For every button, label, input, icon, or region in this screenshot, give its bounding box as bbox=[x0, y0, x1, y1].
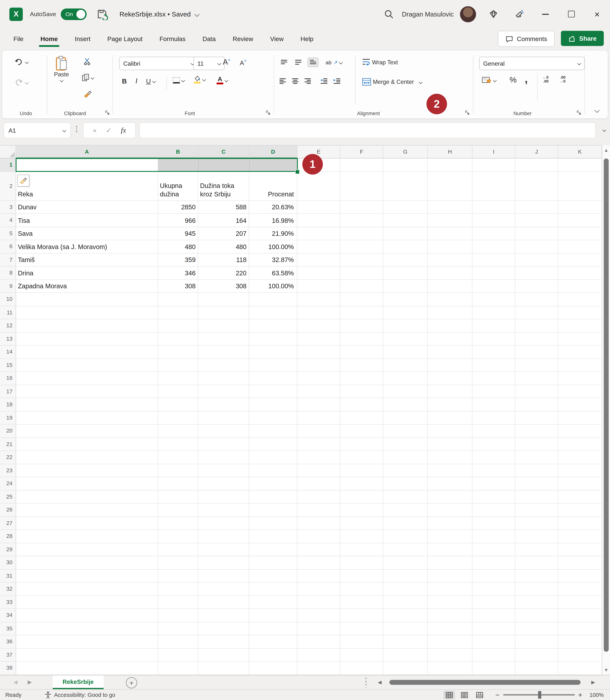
cell-K6[interactable] bbox=[558, 240, 602, 253]
hscroll-right-icon[interactable]: ▶ bbox=[591, 679, 595, 685]
cell-A10[interactable] bbox=[16, 293, 158, 306]
cell-G10[interactable] bbox=[383, 293, 428, 306]
cell-A8[interactable]: Drina bbox=[16, 266, 158, 280]
decrease-indent-button[interactable] bbox=[320, 78, 327, 84]
comma-style-button[interactable]: , bbox=[525, 73, 528, 85]
cell-A37[interactable] bbox=[16, 648, 158, 662]
cell-D16[interactable] bbox=[249, 372, 298, 385]
percent-style-button[interactable]: % bbox=[510, 76, 517, 85]
cell-J16[interactable] bbox=[515, 372, 558, 385]
merge-center-button[interactable]: Merge & Center bbox=[362, 78, 422, 86]
cell-C4[interactable]: 164 bbox=[198, 214, 249, 227]
zoom-slider-handle[interactable] bbox=[538, 691, 541, 699]
cell-G35[interactable] bbox=[383, 622, 428, 635]
cell-J11[interactable] bbox=[515, 306, 558, 319]
cell-I2[interactable] bbox=[472, 172, 515, 201]
row-header-21[interactable]: 21 bbox=[0, 438, 16, 451]
cell-J15[interactable] bbox=[515, 359, 558, 372]
cell-J29[interactable] bbox=[515, 543, 558, 556]
scroll-down-icon[interactable]: ▼ bbox=[603, 667, 610, 672]
cell-J31[interactable] bbox=[515, 569, 558, 583]
cell-B10[interactable] bbox=[158, 293, 198, 306]
cell-D10[interactable] bbox=[249, 293, 298, 306]
scroll-up-icon[interactable]: ▲ bbox=[603, 148, 610, 153]
cell-B32[interactable] bbox=[158, 583, 198, 596]
cell-C14[interactable] bbox=[198, 345, 249, 359]
cell-G13[interactable] bbox=[383, 332, 428, 345]
insert-function-icon[interactable]: fx bbox=[121, 126, 126, 134]
cell-B8[interactable]: 346 bbox=[158, 266, 198, 280]
number-dialog-launcher[interactable] bbox=[577, 110, 581, 115]
cell-D11[interactable] bbox=[249, 306, 298, 319]
row-header-16[interactable]: 16 bbox=[0, 372, 16, 385]
underline-menu-chevron-icon[interactable] bbox=[152, 79, 156, 83]
cell-A35[interactable] bbox=[16, 622, 158, 635]
premium-button[interactable] bbox=[481, 0, 507, 28]
cell-F32[interactable] bbox=[340, 583, 383, 596]
page-layout-view-button[interactable] bbox=[459, 690, 470, 699]
cell-G30[interactable] bbox=[383, 556, 428, 569]
cell-K7[interactable] bbox=[558, 254, 602, 266]
cell-E19[interactable] bbox=[298, 411, 340, 424]
row-header-8[interactable]: 8 bbox=[0, 266, 16, 280]
cell-E3[interactable] bbox=[298, 201, 340, 214]
cell-F29[interactable] bbox=[340, 543, 383, 556]
cell-H37[interactable] bbox=[428, 648, 472, 662]
decrease-font-button[interactable]: A˅ bbox=[240, 59, 246, 66]
cell-K19[interactable] bbox=[558, 411, 602, 424]
merge-center-chevron-icon[interactable] bbox=[419, 80, 422, 84]
cell-H19[interactable] bbox=[428, 411, 472, 424]
cell-K34[interactable] bbox=[558, 609, 602, 622]
cell-J12[interactable] bbox=[515, 319, 558, 332]
cell-C29[interactable] bbox=[198, 543, 249, 556]
cell-H13[interactable] bbox=[428, 332, 472, 345]
cell-A17[interactable] bbox=[16, 385, 158, 398]
row-header-13[interactable]: 13 bbox=[0, 332, 16, 345]
cell-I19[interactable] bbox=[472, 411, 515, 424]
cell-E12[interactable] bbox=[298, 319, 340, 332]
cell-G21[interactable] bbox=[383, 438, 428, 451]
row-header-6[interactable]: 6 bbox=[0, 240, 16, 253]
cell-I26[interactable] bbox=[472, 504, 515, 517]
copy-button[interactable] bbox=[82, 74, 94, 81]
cell-B20[interactable] bbox=[158, 424, 198, 438]
cell-C31[interactable] bbox=[198, 569, 249, 583]
cell-D13[interactable] bbox=[249, 332, 298, 345]
cell-J33[interactable] bbox=[515, 596, 558, 609]
cell-B2[interactable]: Ukupna dužina bbox=[158, 172, 198, 201]
cell-I38[interactable] bbox=[472, 662, 515, 675]
zoom-level[interactable]: 100% bbox=[590, 692, 604, 698]
column-header-G[interactable]: G bbox=[383, 146, 428, 159]
row-header-17[interactable]: 17 bbox=[0, 385, 16, 398]
cell-E33[interactable] bbox=[298, 596, 340, 609]
cell-H34[interactable] bbox=[428, 609, 472, 622]
accounting-format-button[interactable] bbox=[482, 76, 496, 84]
cell-D34[interactable] bbox=[249, 609, 298, 622]
cell-I34[interactable] bbox=[472, 609, 515, 622]
cell-G19[interactable] bbox=[383, 411, 428, 424]
cell-K33[interactable] bbox=[558, 596, 602, 609]
cell-E37[interactable] bbox=[298, 648, 340, 662]
row-header-20[interactable]: 20 bbox=[0, 424, 16, 438]
cell-D6[interactable]: 100.00% bbox=[249, 240, 298, 253]
cell-C34[interactable] bbox=[198, 609, 249, 622]
cell-E13[interactable] bbox=[298, 332, 340, 345]
cell-A14[interactable] bbox=[16, 345, 158, 359]
cell-F1[interactable] bbox=[340, 159, 383, 172]
cell-C7[interactable]: 118 bbox=[198, 254, 249, 266]
cell-J4[interactable] bbox=[515, 214, 558, 227]
cell-G2[interactable] bbox=[383, 172, 428, 201]
cell-C32[interactable] bbox=[198, 583, 249, 596]
cell-H24[interactable] bbox=[428, 477, 472, 490]
format-painter-button[interactable] bbox=[83, 89, 92, 98]
cell-B14[interactable] bbox=[158, 345, 198, 359]
cell-G8[interactable] bbox=[383, 266, 428, 280]
cell-F25[interactable] bbox=[340, 490, 383, 503]
row-header-25[interactable]: 25 bbox=[0, 490, 16, 503]
cell-D35[interactable] bbox=[249, 622, 298, 635]
cell-F19[interactable] bbox=[340, 411, 383, 424]
cell-J25[interactable] bbox=[515, 490, 558, 503]
cell-G5[interactable] bbox=[383, 227, 428, 240]
cell-C22[interactable] bbox=[198, 451, 249, 464]
cell-B35[interactable] bbox=[158, 622, 198, 635]
